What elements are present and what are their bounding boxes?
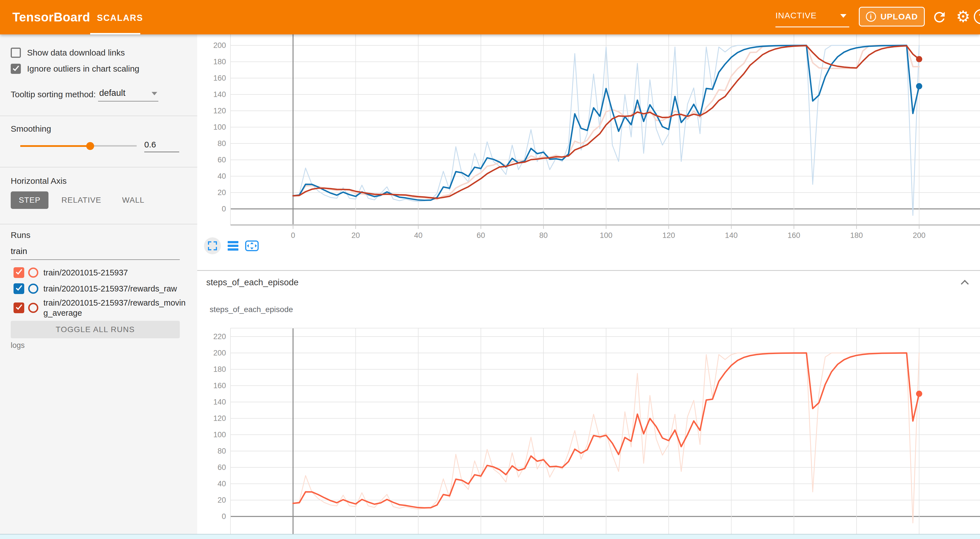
check-icon (13, 64, 19, 71)
run-checkbox[interactable] (14, 303, 24, 313)
runs-label: Runs (11, 230, 30, 240)
axis-relative-button[interactable]: RELATIVE (54, 191, 109, 209)
svg-text:60: 60 (218, 463, 226, 472)
section-title: steps_of_each_episode (206, 277, 298, 287)
expand-icon (208, 241, 217, 250)
runs-footer-logs: logs (11, 341, 25, 350)
run-color-ring (28, 284, 38, 294)
svg-text:20: 20 (352, 231, 360, 239)
rewards-scalar-chart[interactable]: 0204060801001201401601802000204060801001… (197, 34, 980, 260)
run-color-ring (28, 303, 38, 313)
svg-text:140: 140 (213, 398, 226, 406)
runs-filter-input[interactable] (11, 246, 180, 256)
svg-text:200: 200 (213, 41, 226, 49)
smoothing-value-input[interactable] (144, 140, 179, 150)
svg-text:120: 120 (662, 231, 675, 239)
tab-active-underline (90, 33, 140, 34)
svg-text:60: 60 (218, 156, 226, 164)
fit-domain-icon[interactable] (245, 241, 259, 251)
svg-text:180: 180 (850, 231, 863, 239)
expand-chart-button[interactable] (204, 238, 221, 254)
chart-toolbar (204, 238, 259, 254)
svg-text:120: 120 (213, 107, 226, 115)
chart-title: steps_of_each_episode (210, 305, 293, 314)
gear-icon[interactable]: ⚙ (955, 7, 971, 22)
svg-text:40: 40 (218, 172, 226, 180)
run-row-2[interactable]: train/20201015-215937/rewards_moving_ave… (14, 298, 186, 318)
axis-wall-button[interactable]: WALL (114, 191, 152, 209)
show-download-links-row[interactable]: Show data download links (11, 48, 125, 58)
smoothing-label: Smoothing (11, 124, 51, 134)
run-row-0[interactable]: train/20201015-215937 (14, 267, 186, 278)
svg-text:160: 160 (213, 74, 226, 82)
svg-text:0: 0 (222, 512, 226, 521)
tooltip-sorting-select[interactable]: default (98, 88, 158, 102)
data-status-select[interactable]: INACTIVE (775, 11, 849, 20)
chevron-down-icon (151, 92, 157, 95)
steps-chart-card: steps_of_each_episode 020406080100120140… (197, 294, 980, 534)
ignore-outliers-checkbox[interactable] (11, 64, 21, 74)
svg-text:0: 0 (291, 231, 295, 239)
svg-text:100: 100 (213, 123, 226, 131)
svg-text:140: 140 (725, 231, 738, 239)
steps-scalar-chart[interactable]: 020406080100120140160180200220 (197, 294, 980, 534)
svg-text:160: 160 (788, 231, 800, 239)
data-status-label: INACTIVE (775, 11, 816, 20)
axis-step-button[interactable]: STEP (11, 191, 48, 209)
svg-text:80: 80 (218, 447, 226, 455)
svg-text:20: 20 (218, 188, 226, 197)
horizontal-axis-label: Horizontal Axis (11, 176, 67, 186)
app-bar: TensorBoard SCALARS INACTIVE i UPLOAD ⚙ … (0, 0, 980, 34)
slider-handle[interactable] (86, 142, 94, 150)
toggle-log-axis-icon[interactable] (228, 241, 239, 250)
svg-text:100: 100 (600, 231, 612, 239)
chevron-up-icon[interactable] (961, 280, 969, 288)
run-checkbox[interactable] (14, 267, 24, 278)
svg-text:80: 80 (218, 139, 226, 148)
tab-scalars[interactable]: SCALARS (97, 13, 143, 23)
run-color-ring (28, 268, 38, 277)
show-download-links-checkbox[interactable] (11, 48, 21, 58)
ignore-outliers-row[interactable]: Ignore outliers in chart scaling (11, 64, 140, 74)
settings-sidebar: Show data download links Ignore outliers… (0, 34, 197, 534)
svg-text:40: 40 (218, 480, 226, 488)
svg-text:0: 0 (222, 205, 226, 213)
svg-text:220: 220 (213, 332, 226, 341)
section-steps-of-each-episode[interactable]: steps_of_each_episode (197, 270, 980, 294)
rewards-chart-card: 0204060801001201401601802000204060801001… (197, 34, 980, 270)
chevron-down-icon (840, 14, 846, 18)
run-checkbox[interactable] (14, 283, 24, 294)
svg-text:180: 180 (213, 57, 226, 66)
svg-text:180: 180 (213, 365, 226, 373)
run-row-1[interactable]: train/20201015-215937/rewards_raw (14, 283, 186, 294)
svg-text:80: 80 (539, 231, 548, 239)
toggle-all-runs-button[interactable]: TOGGLE ALL RUNS (11, 321, 180, 338)
main-content: 0204060801001201401601802000204060801001… (197, 34, 980, 539)
horizontal-scrollbar[interactable] (0, 534, 980, 539)
refresh-icon[interactable] (932, 9, 947, 25)
info-icon: i (866, 11, 876, 22)
svg-text:160: 160 (213, 381, 226, 390)
upload-button[interactable]: i UPLOAD (859, 7, 925, 27)
svg-text:140: 140 (213, 90, 226, 99)
svg-text:120: 120 (213, 414, 226, 423)
horizontal-axis-toggle: STEP RELATIVE WALL (11, 191, 153, 209)
svg-text:20: 20 (218, 496, 226, 504)
svg-text:40: 40 (414, 231, 422, 239)
svg-text:200: 200 (213, 349, 226, 357)
svg-text:60: 60 (477, 231, 485, 239)
svg-text:200: 200 (913, 231, 925, 239)
app-title: TensorBoard (13, 10, 90, 24)
smoothing-slider[interactable] (20, 145, 137, 147)
svg-text:100: 100 (213, 431, 226, 439)
help-icon[interactable]: ? (974, 9, 980, 24)
